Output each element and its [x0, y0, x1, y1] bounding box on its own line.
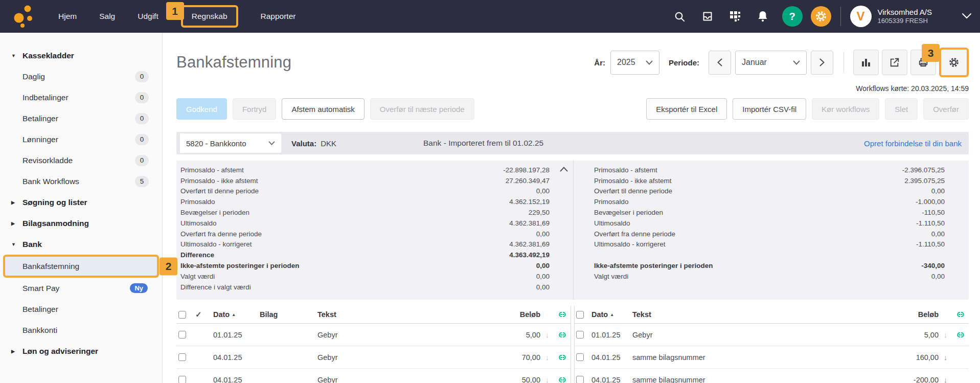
godkend-button[interactable]: Godkend [176, 98, 227, 120]
bell-icon[interactable] [757, 10, 769, 22]
sidebar-item-label: Revisorkladde [22, 156, 73, 165]
sidebar-section-loen-og-adviseringer[interactable]: ▶ Løn og adviseringer [0, 341, 162, 362]
sidebar-item-revisorkladde[interactable]: Revisorkladde 0 [0, 150, 162, 171]
move-down-icon[interactable]: ↓ [939, 353, 952, 362]
inbox-icon[interactable] [701, 10, 714, 22]
sidebar-item-label: Bank Workflows [22, 177, 79, 186]
importer-csv-button[interactable]: Importér CSV-fil [733, 98, 806, 120]
summary-row: Ultimosaldo - korrigeret-1.110,50 [574, 239, 969, 250]
move-down-icon[interactable]: ↓ [939, 375, 952, 383]
row-checkbox[interactable] [178, 376, 186, 383]
summary-row-unreconciled: Ikke-afstemte posteringer i perioden0,00 [176, 260, 573, 271]
year-value: 2025 [617, 58, 635, 67]
move-down-icon[interactable]: ↓ [540, 353, 554, 362]
bank-account-select[interactable]: 5820 - Bankkonto [180, 133, 281, 153]
sidebar-item-smart-pay[interactable]: Smart Pay Ny [0, 278, 162, 299]
divider [844, 52, 844, 73]
fortryd-button[interactable]: Fortryd [233, 98, 277, 120]
nav-item-salg[interactable]: Salg [99, 12, 115, 21]
summary-row: Overført fra denne periode0,00 [176, 229, 573, 239]
settings-button[interactable] [941, 50, 967, 75]
count-badge: 0 [135, 71, 149, 82]
sidebar-section-bilagsanmodning[interactable]: ▶ Bilagsanmodning [0, 213, 162, 234]
company-name: Virksomhed A/S [878, 8, 932, 17]
column-header-dato[interactable]: Dato▲ [591, 310, 632, 319]
apps-grid-icon[interactable] [729, 10, 741, 22]
sidebar-item-betalinger[interactable]: Betalinger [0, 299, 162, 320]
help-icon[interactable]: ? [782, 6, 803, 27]
sidebar-item-daglig[interactable]: Daglig 0 [0, 66, 162, 87]
row-checkbox[interactable] [178, 353, 186, 361]
match-link-icon[interactable] [952, 331, 969, 339]
collapse-summary-icon[interactable] [560, 165, 568, 174]
chevron-down-icon[interactable] [962, 12, 972, 21]
row-checkbox[interactable] [576, 376, 584, 383]
sidebar-item-label: Betalinger [22, 305, 58, 314]
sidebar-item-loenninger[interactable]: Lønninger 0 [0, 129, 162, 150]
row-checkbox[interactable] [576, 353, 584, 361]
select-all-checkbox[interactable] [178, 311, 186, 319]
nav-item-hjem[interactable]: Hjem [58, 12, 77, 21]
overfoer-button[interactable]: Overfør [923, 98, 969, 120]
connect-bank-link[interactable]: Opret forbindelse til din bank [864, 139, 962, 148]
slet-button[interactable]: Slet [885, 98, 918, 120]
open-in-new-button[interactable] [882, 50, 907, 75]
count-badge: 0 [135, 155, 149, 166]
bank-entries-table: ✓ Dato▲ Bilag Tekst Beløb 01.01.25 Gebyr… [176, 306, 571, 383]
sidebar-item-bankafstemning[interactable]: Bankafstemning 2 [3, 255, 159, 278]
move-down-icon[interactable]: ↓ [540, 330, 554, 339]
sidebar-item-bank-workflows[interactable]: Bank Workflows 5 [0, 171, 162, 192]
period-select[interactable]: Januar [735, 51, 807, 75]
reconciled-check-icon[interactable]: ✓ [195, 310, 213, 319]
nav-item-rapporter[interactable]: Rapporter [261, 12, 296, 21]
summary-row: Ultimosaldo-1.110,50 [574, 218, 969, 229]
sidebar-section-bank[interactable]: ▼ Bank [0, 234, 162, 255]
move-down-icon[interactable]: ↓ [540, 375, 554, 383]
nav-item-regnskab[interactable]: Regnskab [192, 12, 227, 21]
sidebar-section-label: Bilagsanmodning [22, 219, 89, 228]
select-all-checkbox[interactable] [576, 311, 584, 319]
match-link-icon[interactable] [554, 310, 571, 319]
summary-row: Ultimosaldo4.362.381,69 [176, 218, 573, 229]
sidebar-section-soegning-og-lister[interactable]: ▶ Søgning og lister [0, 192, 162, 213]
reconciliation-summary: Primosaldo - afstemt-22.898.197,28 Primo… [176, 161, 969, 300]
row-checkbox[interactable] [178, 331, 186, 339]
toolbar-right-group: Eksportér til Excel Importér CSV-fil Kør… [646, 98, 969, 120]
sidebar-item-label: Bankkonti [22, 326, 57, 335]
afstem-automatisk-button[interactable]: Afstem automatisk [282, 98, 364, 120]
company-avatar[interactable]: V [850, 6, 872, 27]
eksporter-excel-button[interactable]: Eksportér til Excel [646, 98, 727, 120]
move-down-icon[interactable]: ↓ [939, 330, 952, 339]
sidebar-section-kassekladder[interactable]: ▼ Kassekladder [0, 45, 162, 66]
koer-workflows-button[interactable]: Kør workflows [812, 98, 879, 120]
gear-icon [948, 57, 960, 68]
match-link-icon[interactable] [554, 331, 571, 339]
previous-period-button[interactable] [709, 51, 731, 75]
count-badge: 0 [135, 92, 149, 103]
currency-value: DKK [321, 139, 336, 148]
match-link-icon[interactable] [554, 376, 571, 383]
chart-button[interactable] [853, 50, 879, 75]
top-navigation: Hjem Salg Udgift 1 Regnskab Rapporter [0, 0, 980, 33]
summary-row: Valgt værdi0,00 [574, 271, 969, 282]
sidebar-item-bankkonti[interactable]: Bankkonti [0, 320, 162, 341]
sidebar-item-indbetalinger[interactable]: Indbetalinger 0 [0, 87, 162, 108]
sidebar-item-betalinger-kladde[interactable]: Betalinger 0 [0, 108, 162, 129]
year-select[interactable]: 2025 [610, 51, 659, 75]
caret-right-icon: ▶ [11, 221, 22, 226]
settings-icon[interactable] [811, 6, 831, 27]
summary-bank-column: Primosaldo - afstemt-22.898.197,28 Primo… [176, 161, 574, 300]
row-checkbox[interactable] [576, 331, 584, 339]
overfoer-naeste-periode-button[interactable]: Overfør til næste periode [370, 98, 474, 120]
nav-item-udgift[interactable]: Udgift [138, 12, 158, 21]
company-info[interactable]: Virksomhed A/S 1605339 FRESH [878, 8, 932, 26]
search-icon[interactable] [674, 10, 686, 22]
caret-right-icon: ▶ [11, 349, 22, 354]
match-link-icon[interactable] [554, 353, 571, 362]
app-logo[interactable] [11, 3, 36, 30]
next-period-button[interactable] [811, 51, 833, 75]
cell-tekst: Gebyr [632, 331, 877, 339]
match-link-icon[interactable] [952, 310, 969, 319]
column-header-dato[interactable]: Dato▲ [213, 310, 260, 319]
summary-row-difference: Difference4.363.492,19 [176, 250, 573, 260]
